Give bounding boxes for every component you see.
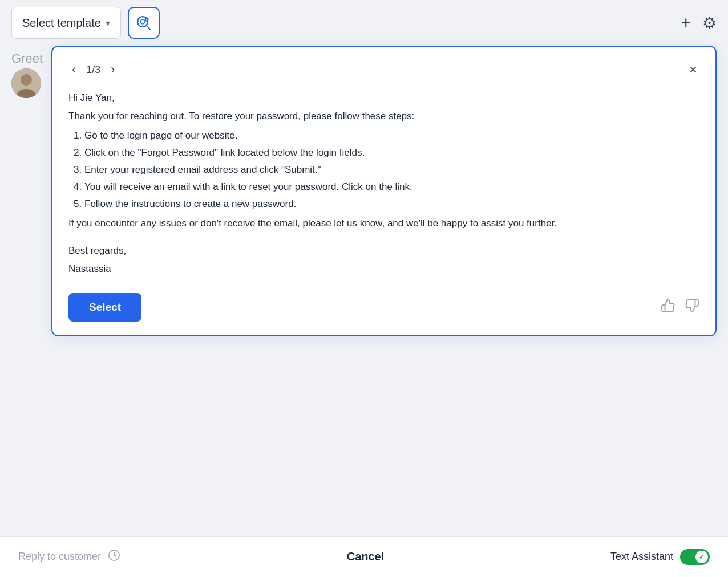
list-item: Enter your registered email address and … [84, 162, 699, 178]
add-button[interactable]: + [681, 13, 691, 32]
cancel-button[interactable]: Cancel [347, 550, 385, 563]
toggle-knob: ✓ [695, 551, 708, 563]
cancel-label: Cancel [347, 550, 385, 563]
select-button-label: Select [89, 301, 121, 313]
select-button[interactable]: Select [68, 293, 141, 322]
template-card: ‹ 1/3 › × Hi Jie Yan, Thank you for reac… [51, 46, 717, 336]
ai-icon: + [135, 14, 153, 32]
card-footer: Select [68, 293, 699, 322]
close-button[interactable]: × [687, 60, 699, 79]
plus-icon: + [681, 13, 691, 32]
footer-text: If you encounter any issues or don't rec… [68, 216, 699, 231]
page-indicator: 1/3 [86, 64, 100, 76]
closing: Best regards, Nastassia [68, 243, 699, 277]
bottom-bar: Reply to customer Cancel Text Assistant … [0, 536, 728, 577]
select-template-label: Select template [22, 17, 101, 30]
thumbs-up-button[interactable] [661, 298, 676, 316]
reply-label: Reply to customer [18, 551, 101, 563]
toolbar-left: Select template ▾ + [11, 7, 160, 39]
toolbar-right: + ⚙ [681, 13, 717, 32]
background-greeting: Greet [11, 51, 43, 66]
text-assistant-toggle[interactable]: ✓ [680, 549, 710, 565]
close-icon: × [689, 62, 697, 77]
thumbs-up-icon [661, 298, 676, 316]
list-item: You will receive an email with a link to… [84, 179, 699, 195]
thumbs-down-icon [685, 298, 699, 316]
prev-arrow-icon: ‹ [72, 63, 76, 76]
closing-line1: Best regards, [68, 243, 699, 259]
reply-section: Reply to customer [18, 549, 120, 565]
feedback-icons [661, 298, 699, 316]
gear-icon: ⚙ [702, 14, 717, 32]
card-body: Hi Jie Yan, Thank you for reaching out. … [68, 90, 699, 277]
steps-list: Go to the login page of our website. Cli… [84, 128, 699, 212]
toolbar: Select template ▾ + + ⚙ [0, 0, 728, 46]
ai-search-button[interactable]: + [128, 7, 160, 39]
prev-button[interactable]: ‹ [68, 62, 79, 77]
text-assistant-section: Text Assistant ✓ [610, 549, 710, 565]
svg-text:+: + [145, 18, 147, 21]
pagination: ‹ 1/3 › [68, 62, 119, 77]
clock-icon [108, 549, 120, 565]
list-item: Click on the "Forgot Password" link loca… [84, 145, 699, 161]
list-item: Go to the login page of our website. [84, 128, 699, 144]
avatar [11, 68, 41, 98]
svg-point-10 [21, 74, 32, 86]
text-assistant-label: Text Assistant [610, 551, 673, 563]
check-icon: ✓ [699, 553, 705, 561]
svg-line-1 [147, 26, 151, 30]
greeting-text: Hi Jie Yan, [68, 90, 699, 106]
settings-button[interactable]: ⚙ [702, 14, 717, 32]
next-arrow-icon: › [111, 63, 115, 76]
card-header: ‹ 1/3 › × [68, 60, 699, 79]
main-area: Greet ‹ 1/3 › × Hi Jie Y [0, 46, 728, 536]
list-item: Follow the instructions to create a new … [84, 196, 699, 212]
select-template-button[interactable]: Select template ▾ [11, 7, 121, 39]
chevron-down-icon: ▾ [106, 18, 110, 29]
next-button[interactable]: › [107, 62, 118, 77]
svg-point-2 [140, 19, 145, 24]
closing-line2: Nastassia [68, 261, 699, 277]
thumbs-down-button[interactable] [685, 298, 699, 316]
intro-text: Thank you for reaching out. To restore y… [68, 108, 699, 124]
